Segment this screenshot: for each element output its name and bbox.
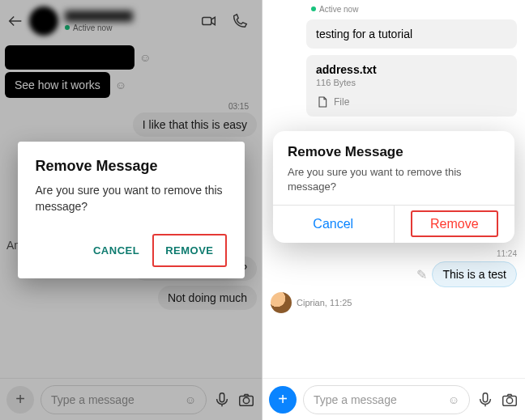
remove-dialog: Remove Message Are you sure you want to … — [18, 142, 245, 278]
modal-overlay: Remove Message Are you sure you want to … — [262, 0, 525, 420]
highlight-box: Remove — [411, 210, 498, 237]
android-pane: Active now ☺ See how it works ☺ 03:15 I … — [0, 0, 262, 420]
modal-overlay: Remove Message Are you sure you want to … — [0, 0, 262, 420]
remove-button[interactable]: REMOVE — [157, 238, 221, 263]
ios-pane: Active now testing for a tutorial addres… — [262, 0, 525, 420]
dialog-title: Remove Message — [36, 158, 227, 175]
remove-dialog: Remove Message Are you sure you want to … — [273, 131, 514, 243]
highlight-box: REMOVE — [152, 234, 226, 267]
dialog-title: Remove Message — [288, 144, 500, 160]
cancel-button[interactable]: Cancel — [273, 206, 394, 243]
remove-button[interactable]: Remove — [394, 206, 515, 243]
dialog-body: Are you sure you want to remove this mes… — [36, 183, 227, 214]
dialog-buttons: CANCEL REMOVE — [36, 234, 227, 267]
dialog-body: Are you sure you want to remove this mes… — [288, 165, 500, 193]
dialog-buttons: Cancel Remove — [273, 205, 514, 243]
cancel-button[interactable]: CANCEL — [85, 234, 147, 267]
